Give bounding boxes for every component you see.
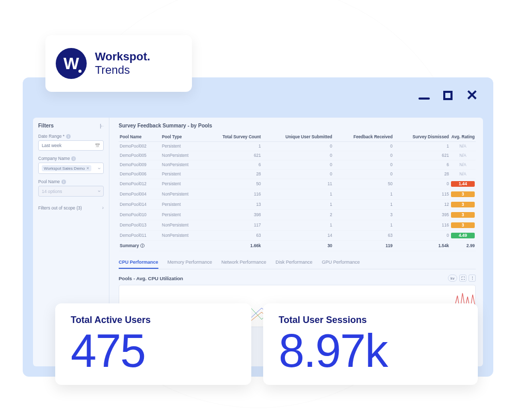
window-controls: ✕	[418, 91, 478, 100]
tab-disk[interactable]: Disk Performance	[276, 260, 313, 269]
workspot-logo: W	[56, 48, 87, 79]
stat-card-active-users: Total Active Users 475	[55, 303, 251, 385]
survey-table: Pool Name Pool Type Total Survey Count U…	[119, 133, 476, 251]
col-pool-name[interactable]: Pool Name	[119, 133, 161, 142]
table-summary-row: Summary ⓘ1.66k301191.54k2.99	[119, 241, 476, 251]
col-pool-type[interactable]: Pool Type	[161, 133, 203, 142]
pool-name-select[interactable]: 14 options	[38, 186, 104, 197]
date-range-label: Date Range * i	[38, 134, 104, 139]
active-users-value: 475	[71, 327, 236, 376]
close-icon[interactable]: ✕	[466, 91, 478, 100]
chevron-right-icon	[102, 205, 104, 211]
calendar-icon	[95, 143, 100, 148]
remove-chip-icon[interactable]	[86, 166, 89, 171]
stat-card-user-sessions: Total User Sessions 8.97k	[263, 303, 478, 385]
date-range-select[interactable]: Last week	[38, 140, 104, 151]
chart-tool-menu[interactable]: ⋮	[469, 274, 476, 282]
pool-placeholder: 14 options	[42, 189, 62, 194]
table-row[interactable]: DemoPool002Persistent1001N/A	[119, 142, 476, 151]
date-range-value: Last week	[42, 143, 61, 148]
user-sessions-label: Total User Sessions	[279, 315, 462, 326]
brand-name: Workspot.	[95, 50, 150, 63]
tab-network[interactable]: Network Performance	[221, 260, 266, 269]
info-icon[interactable]: i	[66, 134, 71, 139]
filters-out-of-scope[interactable]: Filters out of scope (3)	[38, 205, 104, 211]
table-row[interactable]: DemoPool010Persistent398233953	[119, 210, 476, 220]
active-users-label: Total Active Users	[71, 315, 236, 326]
pool-name-label: Pool Name i	[38, 179, 104, 184]
table-row[interactable]: DemoPool005NonPersistent62100621N/A	[119, 151, 476, 160]
table-row[interactable]: DemoPool012Persistent50115001.44	[119, 179, 476, 189]
brand-card: W Workspot. Trends	[45, 35, 192, 92]
col-feedback[interactable]: Feedback Received	[333, 133, 394, 142]
col-dismissed[interactable]: Survey Dismissed	[394, 133, 450, 142]
maximize-icon[interactable]	[443, 91, 453, 100]
chart-title-text: Pools - Avg. CPU Utilization	[119, 276, 183, 281]
filters-title: Filters |←	[38, 123, 104, 128]
chevron-down-icon	[96, 167, 102, 169]
collapse-icon[interactable]: |←	[100, 123, 104, 128]
chevron-down-icon	[96, 190, 102, 192]
table-row[interactable]: DemoPool009NonPersistent6006N/A	[119, 160, 476, 170]
survey-section-title: Survey Feedback Summary - by Pools	[119, 123, 476, 128]
chart-tools: kv ⛶ ⋮	[448, 274, 476, 282]
filters-title-text: Filters	[38, 123, 54, 128]
info-icon[interactable]: i	[71, 156, 76, 161]
table-row[interactable]: DemoPool011NonPersistent63146304.49	[119, 231, 476, 241]
out-of-scope-label: Filters out of scope (3)	[38, 205, 82, 211]
brand-text: Workspot. Trends	[95, 50, 150, 77]
table-row[interactable]: DemoPool004NonPersistent116111153	[119, 189, 476, 200]
company-value: Workspot Sales Demo	[44, 166, 85, 171]
company-label: Company Name i	[38, 156, 104, 161]
table-row[interactable]: DemoPool014Persistent1311123	[119, 200, 476, 210]
col-total-survey[interactable]: Total Survey Count	[203, 133, 262, 142]
company-select[interactable]: Workspot Sales Demo	[38, 163, 104, 174]
col-rating[interactable]: Avg. Rating	[450, 133, 476, 142]
performance-tabs: CPU Performance Memory Performance Netwo…	[119, 260, 476, 269]
chart-tool-kv[interactable]: kv	[448, 274, 457, 282]
table-row[interactable]: DemoPool006Persistent280028N/A	[119, 170, 476, 179]
col-unique-user[interactable]: Unique User Submitted	[262, 133, 333, 142]
tab-memory[interactable]: Memory Performance	[168, 260, 213, 269]
tab-gpu[interactable]: GPU Performance	[322, 260, 360, 269]
info-icon[interactable]: i	[61, 180, 66, 184]
logo-letter: W	[63, 54, 79, 73]
tab-cpu[interactable]: CPU Performance	[119, 260, 158, 269]
table-row[interactable]: DemoPool013NonPersistent117111163	[119, 220, 476, 231]
brand-subtitle: Trends	[95, 63, 150, 77]
chart-tool-expand[interactable]: ⛶	[459, 274, 466, 282]
minimize-icon[interactable]	[418, 98, 430, 100]
user-sessions-value: 8.97k	[279, 327, 462, 376]
company-chip[interactable]: Workspot Sales Demo	[42, 165, 91, 171]
